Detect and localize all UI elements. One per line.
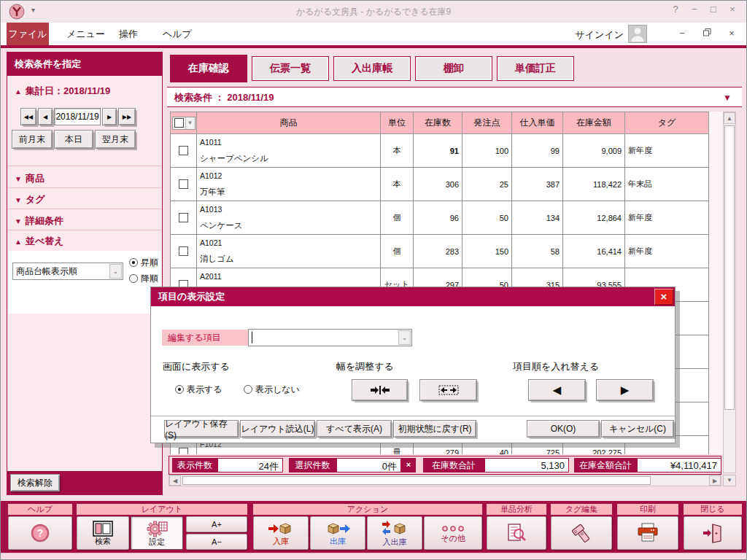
unit-cell: 本 (381, 134, 414, 168)
ribbon-minimize-icon[interactable]: − (673, 28, 691, 39)
tab-slip-list[interactable]: 伝票一覧 (252, 56, 329, 81)
stock-in-button[interactable]: 入庫 (253, 516, 309, 550)
tag-section-header[interactable]: ▼タグ (15, 193, 45, 206)
sort-asc-radio[interactable]: 昇順 (129, 257, 158, 269)
ok-button[interactable]: OK(O) (527, 420, 600, 438)
row-select-cell[interactable] (171, 134, 197, 168)
reset-button[interactable]: 初期状態に戻す(R) (393, 420, 476, 438)
tab-inout-book[interactable]: 入出庫帳 (333, 56, 411, 81)
menu-menu[interactable]: メニュー (66, 23, 105, 45)
clear-search-button[interactable]: 検索解除 (10, 474, 60, 491)
dialog-title[interactable]: 項目の表示設定 (151, 287, 675, 306)
close-app-icon[interactable]: × (723, 28, 740, 39)
chevron-down-icon[interactable]: ⌄ (398, 330, 411, 345)
scroll-left-icon[interactable]: ◀ (169, 475, 181, 486)
row-checkbox[interactable] (179, 213, 188, 222)
date-fast-prev-button[interactable]: ◀◀ (20, 108, 36, 125)
print-button[interactable] (617, 516, 678, 550)
show-all-button[interactable]: すべて表示(A) (317, 420, 392, 438)
col-tag[interactable]: タグ (625, 112, 709, 134)
col-reorder[interactable]: 発注点 (462, 112, 512, 134)
sort-section-header[interactable]: ▲並べ替え (15, 235, 64, 248)
scroll-down-icon[interactable]: ▼ (723, 475, 736, 486)
font-larger-button[interactable]: A+ (186, 516, 247, 532)
date-fast-next-button[interactable]: ▶▶ (118, 108, 136, 125)
hide-radio[interactable]: 表示しない (244, 384, 300, 394)
show-radio[interactable]: 表示する (175, 384, 222, 394)
today-button[interactable]: 本日 (54, 130, 93, 149)
row-checkbox[interactable] (179, 246, 188, 256)
detail-section-header[interactable]: ▼詳細条件 (15, 214, 63, 228)
widen-width-button[interactable] (419, 379, 477, 401)
stock-out-button[interactable]: 出庫 (310, 516, 365, 550)
dialog-close-button[interactable]: × (654, 289, 673, 305)
move-left-button[interactable]: ◀ (528, 379, 586, 401)
scroll-up-icon[interactable]: ▲ (724, 112, 735, 124)
minimize-button[interactable]: − (685, 4, 704, 15)
cancel-button[interactable]: キャンセル(C) (601, 420, 674, 438)
horizontal-scroll-thumb[interactable] (182, 476, 651, 485)
vertical-scrollbar[interactable]: ▲ (723, 112, 736, 473)
next-month-end-button[interactable]: 翌月末 (95, 130, 136, 149)
filter-bar[interactable]: 検索条件 ： 2018/11/19 ▼ (167, 87, 742, 107)
close-button[interactable]: × (723, 4, 742, 15)
edit-item-select[interactable]: ⌄ (248, 329, 412, 346)
help-button[interactable]: ? (8, 516, 72, 550)
table-row[interactable]: A1021消しゴム 個 283 150 58 16,414 新年度 (171, 235, 709, 268)
help-window-button[interactable]: ? (666, 4, 685, 15)
row-select-cell[interactable] (171, 168, 197, 201)
signin-label[interactable]: サインイン (575, 28, 624, 42)
table-row[interactable]: A1013ペンケース 個 96 50 134 12,864 新年度 (171, 201, 709, 235)
table-row[interactable]: A1012万年筆 本 306 25 387 118,422 年末品 (171, 168, 709, 201)
date-input[interactable]: 2018/11/19 (54, 108, 101, 125)
settings-button[interactable]: 設定 (131, 516, 183, 550)
close-app-button[interactable] (684, 516, 742, 550)
tab-inventory[interactable]: 棚卸 (415, 56, 492, 81)
tab-price-fix[interactable]: 単価訂正 (497, 56, 574, 81)
scroll-right-icon[interactable]: ▶ (709, 475, 721, 486)
product-section-header[interactable]: ▼商品 (15, 172, 44, 185)
narrow-width-button[interactable] (352, 379, 408, 401)
date-next-button[interactable]: ▶ (102, 108, 117, 125)
chevron-down-icon[interactable]: ⌄ (109, 264, 122, 279)
sort-desc-radio[interactable]: 降順 (129, 273, 158, 285)
move-right-button[interactable]: ▶ (596, 379, 654, 401)
stock-inout-button[interactable]: 入出庫 (367, 516, 422, 550)
layout-load-button[interactable]: レイアウト読込(L) (240, 420, 315, 438)
vertical-scroll-thumb[interactable] (724, 125, 735, 410)
col-cost[interactable]: 仕入単価 (512, 112, 563, 134)
col-amount[interactable]: 在庫金額 (563, 112, 625, 134)
row-select-cell[interactable] (171, 235, 197, 268)
col-unit[interactable]: 単位 (381, 112, 414, 134)
tag-edit-button[interactable] (551, 516, 612, 550)
font-smaller-button[interactable]: A− (186, 534, 247, 550)
horizontal-scrollbar[interactable]: ◀ ▶ (169, 475, 721, 486)
prev-month-end-button[interactable]: 前月末 (12, 130, 53, 149)
menu-help[interactable]: ヘルプ (163, 23, 192, 45)
row-checkbox[interactable] (179, 448, 188, 454)
menu-operation[interactable]: 操作 (119, 23, 138, 45)
layout-save-button[interactable]: レイアウト保存(S) (164, 420, 239, 438)
row-checkbox[interactable] (179, 179, 188, 189)
table-row[interactable]: A1011シャープペンシル 本 91 100 99 9,009 新年度 (171, 134, 709, 168)
select-all-header[interactable]: ▼ (171, 112, 197, 134)
date-section-header[interactable]: ▲集計日：2018/11/19 (15, 85, 110, 98)
row-checkbox[interactable] (179, 146, 188, 155)
row-select-cell[interactable] (171, 201, 197, 235)
dropdown-icon[interactable]: ▼ (723, 93, 732, 103)
clear-selection-icon[interactable]: × (401, 458, 416, 472)
date-prev-button[interactable]: ◀ (38, 108, 53, 125)
col-stock[interactable]: 在庫数 (414, 112, 462, 134)
dropdown-icon[interactable]: ▼ (185, 117, 195, 129)
other-actions-button[interactable]: その他 (424, 516, 482, 550)
avatar[interactable] (628, 25, 647, 43)
select-all-checkbox[interactable] (174, 118, 184, 128)
maximize-button[interactable]: □ (704, 4, 723, 15)
search-layout-button[interactable]: 検索 (77, 516, 129, 550)
item-analysis-button[interactable] (487, 516, 546, 550)
tab-stock-check[interactable]: 在庫確認 (170, 55, 247, 82)
col-product[interactable]: 商品 (197, 112, 381, 134)
sort-order-select[interactable]: 商品台帳表示順 ⌄ (12, 262, 123, 280)
menu-file[interactable]: ファイル (7, 23, 49, 45)
restore-icon[interactable] (698, 28, 716, 39)
